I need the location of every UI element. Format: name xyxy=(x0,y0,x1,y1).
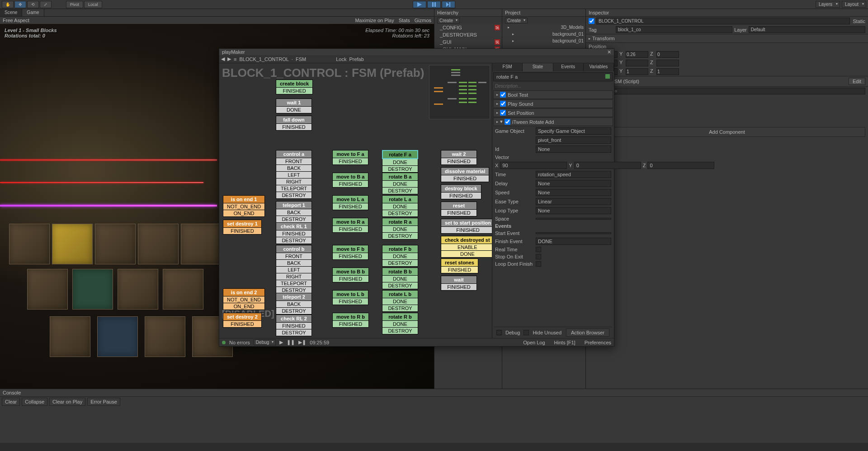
preferences-link[interactable]: Preferences xyxy=(585,340,611,345)
speed-field[interactable]: None xyxy=(536,189,611,196)
vec-y[interactable] xyxy=(574,162,641,169)
tag-dropdown[interactable]: block_1_co xyxy=(616,26,732,33)
layer-dropdown[interactable]: Default xyxy=(749,26,865,33)
fsm-template-field[interactable]: None (Fsm ○ xyxy=(589,88,865,94)
node-rotate-rb[interactable]: rotate R bDONEDESTROY xyxy=(382,313,418,334)
node-check-rl1[interactable]: check RL 1FINISHEDDESTROY xyxy=(276,222,312,244)
maximize-toggle[interactable]: Maximize on Play xyxy=(355,18,394,23)
node-rotate-ra[interactable]: rotate R aDONEDESTROY xyxy=(382,218,418,240)
node-rotate-fa[interactable]: rotate F aDONEDESTROY xyxy=(382,150,418,173)
fsm-component[interactable]: y Maker FSM (Script)Edit xyxy=(586,76,868,87)
node-set-destroy-2[interactable]: set destroy 2FINISHED xyxy=(223,313,262,328)
time-field[interactable]: rotation_speed xyxy=(536,171,611,178)
node-rotate-ba[interactable]: rotate B aDONEDESTROY xyxy=(382,173,418,194)
node-destroy-block[interactable]: destroy blockFINISHED xyxy=(441,184,481,199)
pos-z[interactable] xyxy=(656,51,679,58)
debug-pause-icon[interactable]: ❚❚ xyxy=(287,339,295,345)
debug-play-icon[interactable]: ▶ xyxy=(279,339,283,345)
id-field[interactable]: None xyxy=(536,146,611,153)
hand-tool[interactable]: ✋ xyxy=(2,1,14,8)
node-rotate-lb[interactable]: rotate L bDONEDESTROY xyxy=(382,290,418,312)
node-control-b[interactable]: control bFRONTBACKLEFTRIGHTTELEPORTDESTR… xyxy=(276,245,312,294)
node-is-on-end-1[interactable]: is on end 1NOT_ON_ENDON_END xyxy=(223,195,265,217)
vec-z[interactable] xyxy=(647,162,714,169)
console-clear-on-play[interactable]: Clear on Play xyxy=(49,398,85,406)
project-item[interactable]: 3D_Models xyxy=(502,24,585,31)
node-wait-2[interactable]: wait 2FINISHED xyxy=(441,150,477,165)
node-set-start[interactable]: set to start positionFINISHED xyxy=(441,219,492,234)
node-move-rb[interactable]: move to R bFINISHED xyxy=(332,313,369,328)
edit-button[interactable]: Edit xyxy=(849,78,865,85)
minimap[interactable] xyxy=(429,65,490,119)
node-set-destroy-1[interactable]: set destroy 1FINISHED xyxy=(223,220,262,235)
state-color-swatch[interactable] xyxy=(605,74,610,79)
node-move-la[interactable]: move to L aFINISHED xyxy=(332,195,368,210)
node-move-fb[interactable]: move to F bFINISHED xyxy=(332,245,368,260)
lock-toggle[interactable]: Lock xyxy=(336,56,346,62)
action-itween-rotate[interactable]: ▸iTween Rotate Add xyxy=(493,117,613,126)
move-tool[interactable]: ✥ xyxy=(14,1,26,8)
action-bool-test[interactable]: Bool Test xyxy=(493,90,613,99)
hide-unused-checkbox[interactable] xyxy=(524,330,529,335)
hierarchy-item[interactable]: _CONFIG玩 xyxy=(434,24,502,31)
node-create-block[interactable]: create blockFINISHED xyxy=(276,80,313,94)
gameobject-name-field[interactable] xyxy=(596,18,850,24)
scl-y[interactable] xyxy=(626,68,648,75)
stop-on-exit-checkbox[interactable] xyxy=(536,254,541,259)
node-fall-down[interactable]: fall downFINISHED xyxy=(276,116,312,131)
action-browser-button[interactable]: Action Browser xyxy=(566,329,609,337)
node-reset[interactable]: resetFINISHED xyxy=(441,202,477,216)
debug-step-icon[interactable]: ▶❚ xyxy=(298,339,306,345)
state-name-field[interactable]: rotate F a xyxy=(496,74,518,80)
open-log-link[interactable]: Open Log xyxy=(523,340,545,345)
pm-tab-fsm[interactable]: FSM xyxy=(492,63,523,71)
pivot-toggle[interactable]: Pivot xyxy=(66,1,83,8)
space-field[interactable] xyxy=(536,218,611,220)
node-move-fa[interactable]: move to F aFINISHED xyxy=(332,150,368,165)
node-rotate-bb[interactable]: rotate B bDONEDESTROY xyxy=(382,268,418,289)
project-item[interactable]: background_01 xyxy=(502,31,585,38)
gizmos-toggle[interactable]: Gizmos xyxy=(415,18,431,23)
fsm-opt[interactable]: Disable xyxy=(586,102,868,109)
node-wait[interactable]: waitFINISHED xyxy=(441,276,477,291)
hints-label[interactable]: Hints [F1] xyxy=(554,340,576,345)
scl-z[interactable] xyxy=(656,68,679,75)
node-teleport-1[interactable]: teleport 1BACKDESTROY xyxy=(276,201,312,223)
tab-scene[interactable]: Scene xyxy=(0,9,22,16)
layout-dropdown[interactable]: Layout xyxy=(842,1,866,8)
node-control-a[interactable]: control aFRONTBACKLEFTRIGHTTELEPORTDESTR… xyxy=(276,150,312,199)
node-move-ra[interactable]: move to R aFINISHED xyxy=(332,218,368,233)
close-icon[interactable]: ✕ xyxy=(607,49,611,55)
node-check-rl2[interactable]: check RL 2FINISHEDDESTROY xyxy=(276,315,312,336)
local-toggle[interactable]: Local xyxy=(84,1,102,8)
project-create[interactable]: Create xyxy=(505,18,528,23)
node-rotate-fb[interactable]: rotate F bDONEDESTROY xyxy=(382,245,418,267)
console-collapse[interactable]: Collapse xyxy=(22,398,47,406)
pause-button[interactable] xyxy=(427,1,441,8)
gameobject-enabled-checkbox[interactable] xyxy=(589,18,594,24)
menu-icon[interactable]: ≡ xyxy=(234,56,236,62)
hierarchy-item[interactable]: _GUI玩 xyxy=(434,38,502,46)
console-clear[interactable]: Clear xyxy=(2,398,20,406)
layers-dropdown[interactable]: Layers xyxy=(816,1,840,8)
node-teleport-2[interactable]: teleport 2BACKDESTROY xyxy=(276,293,312,315)
delay-field[interactable]: None xyxy=(536,180,611,187)
debug-dropdown[interactable]: Debug xyxy=(254,339,276,345)
stats-toggle[interactable]: Stats xyxy=(399,18,410,23)
action-set-position[interactable]: Set Position xyxy=(493,108,613,117)
transform-component[interactable]: Transform xyxy=(586,34,868,43)
pivot-field[interactable]: pivot_front xyxy=(536,136,611,144)
node-move-ba[interactable]: move to B aFINISHED xyxy=(332,173,368,188)
fsm-opt[interactable]: ebugFlow xyxy=(586,116,868,122)
pm-tab-variables[interactable]: Variables xyxy=(584,63,614,71)
node-rotate-la[interactable]: rotate L aDONEDESTROY xyxy=(382,195,418,217)
hierarchy-item[interactable]: _DESTROYERS xyxy=(434,31,502,38)
finish-event-field[interactable]: DONE xyxy=(536,238,611,245)
aspect-dropdown[interactable]: Free Aspect xyxy=(3,18,29,23)
node-reset-stones[interactable]: reset stonesFINISHED xyxy=(441,258,478,273)
debug-checkbox[interactable] xyxy=(496,330,502,335)
add-component-button[interactable]: Add Component xyxy=(589,127,865,137)
tab-game[interactable]: Game xyxy=(22,9,44,16)
node-move-bb[interactable]: move to B bFINISHED xyxy=(332,268,369,282)
project-item[interactable]: background_01 xyxy=(502,38,585,44)
